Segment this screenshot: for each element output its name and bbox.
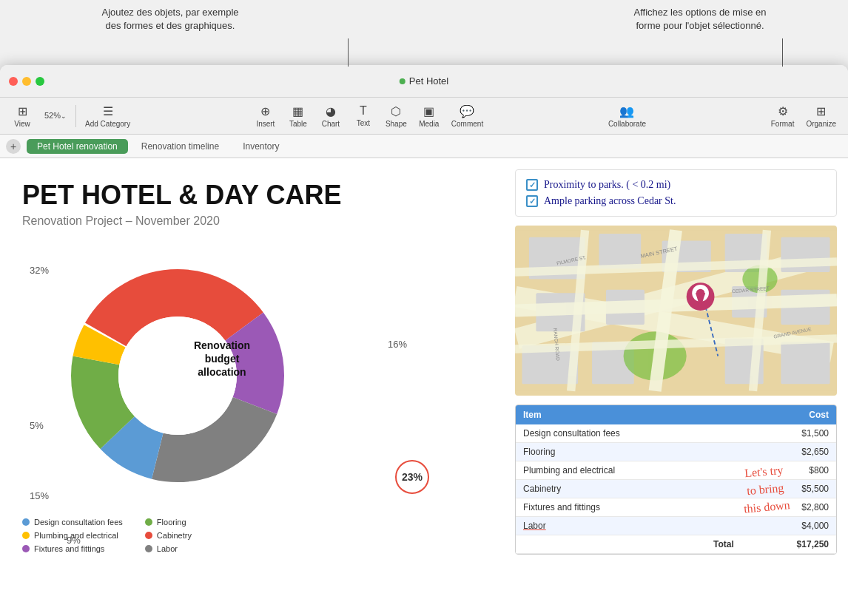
traffic-lights: [0, 77, 44, 86]
check-label-1: Proximity to parks. ( < 0.2 mi): [544, 179, 670, 191]
legend-dot-cabinetry: [145, 532, 152, 539]
pct-23-circle: 23%: [395, 460, 429, 494]
insert-label: Insert: [256, 120, 275, 128]
window: Pet Hotel ⊞ View 52%⌄ 52% ☰ Add Category…: [0, 65, 848, 616]
legend-col-2: Flooring Cabinetry Labor: [145, 518, 192, 553]
add-category-button[interactable]: ☰ Add Category: [79, 101, 136, 131]
title-dot: [400, 78, 406, 84]
legend-dot-fixtures: [22, 545, 30, 552]
collaborate-icon: 👥: [619, 104, 634, 118]
close-button[interactable]: [9, 77, 18, 86]
organize-label: Organize: [806, 120, 836, 128]
media-icon: ▣: [423, 104, 434, 118]
annotation-left-text: Ajoutez des objets, par exemple des form…: [59, 6, 281, 33]
insert-icon: ⊕: [260, 104, 270, 118]
add-category-icon: ☰: [103, 104, 113, 118]
table-label: Table: [289, 120, 307, 128]
map-container: MAIN STREET FILMORE ST. CEDAR STREET RAN…: [515, 226, 837, 396]
legend-dot-design: [22, 518, 30, 526]
media-button[interactable]: ▣ Media: [413, 101, 445, 131]
sheet-title: PET HOTEL & DAY CARE: [22, 180, 466, 210]
table-row: Cabinetry$5,500: [516, 480, 836, 498]
format-icon: ⚙: [778, 104, 788, 118]
shape-button[interactable]: ⬡ Shape: [380, 101, 413, 131]
table-header-cost: Cost: [741, 405, 836, 424]
text-button[interactable]: T Text: [347, 101, 380, 130]
tab-renovation-timeline[interactable]: Renovation timeline: [131, 139, 229, 154]
legend-item-flooring: Flooring: [145, 518, 192, 527]
legend-dot-plumbing: [22, 532, 30, 539]
table-button[interactable]: ▦ Table: [282, 101, 314, 131]
check-label-2: Ample parking across Cedar St.: [544, 195, 676, 207]
check-item-2: Ample parking across Cedar St.: [526, 195, 826, 207]
insert-button[interactable]: ⊕ Insert: [249, 101, 282, 131]
budget-table: Item Cost Design consultation fees$1,500…: [515, 405, 837, 555]
pct-5-label: 5%: [30, 420, 44, 431]
add-tab-button[interactable]: +: [6, 139, 21, 154]
pct-32-label: 32%: [30, 265, 49, 276]
legend-dot-labor: [145, 545, 152, 552]
svg-rect-22: [781, 342, 830, 385]
check-item-1: Proximity to parks. ( < 0.2 mi): [526, 179, 826, 191]
legend-item-cabinetry: Cabinetry: [145, 531, 192, 540]
collaborate-button[interactable]: 👥 Collaborate: [602, 101, 652, 131]
window-title: Pet Hotel: [409, 75, 448, 87]
chart-legend: Design consultation fees Plumbing and el…: [22, 518, 192, 553]
legend-dot-flooring: [145, 518, 152, 526]
table-row: Flooring$2,650: [516, 443, 836, 461]
legend-item-plumbing: Plumbing and electrical: [22, 531, 123, 540]
shape-label: Shape: [386, 120, 407, 128]
map-svg: MAIN STREET FILMORE ST. CEDAR STREET RAN…: [515, 226, 837, 396]
maximize-button[interactable]: [36, 77, 44, 86]
legend-item-design: Design consultation fees: [22, 518, 123, 527]
checkbox-1[interactable]: [526, 179, 538, 191]
sheet-subtitle: Renovation Project – November 2020: [22, 214, 466, 228]
chart-center-label: Renovation budgetallocation: [178, 339, 266, 379]
shape-icon: ⬡: [391, 104, 401, 118]
checkbox-2[interactable]: [526, 195, 538, 207]
legend-col-1: Design consultation fees Plumbing and el…: [22, 518, 123, 553]
tabbar: + Pet Hotel renovation Renovation timeli…: [0, 135, 848, 158]
checklist: Proximity to parks. ( < 0.2 mi) Ample pa…: [515, 169, 837, 217]
chart-label: Chart: [322, 120, 340, 128]
sheet-area: PET HOTEL & DAY CARE Renovation Project …: [0, 158, 848, 616]
annotation-line-left: [348, 38, 349, 67]
zoom-icon: 52%⌄: [44, 111, 67, 120]
chart-button[interactable]: ◕ Chart: [314, 101, 347, 131]
comment-icon: 💬: [460, 104, 474, 118]
annotation-area: Ajoutez des objets, par exemple des form…: [0, 0, 848, 67]
annotation-line-right: [782, 38, 783, 67]
minimize-button[interactable]: [22, 77, 31, 86]
table-row: Labor$4,000: [516, 517, 836, 535]
chart-container[interactable]: 32% 5% 15% 9% 16%: [22, 243, 437, 553]
total-row: Total$17,250: [516, 535, 836, 554]
legend-item-labor: Labor: [145, 544, 192, 553]
right-panel: Proximity to parks. ( < 0.2 mi) Ample pa…: [508, 158, 848, 616]
tab-inventory[interactable]: Inventory: [232, 139, 289, 154]
add-category-label: Add Category: [85, 120, 130, 128]
view-label: View: [14, 120, 30, 128]
organize-button[interactable]: ⊞ Organize: [800, 101, 842, 131]
table-header-item: Item: [516, 405, 741, 424]
media-label: Media: [419, 120, 439, 128]
tab-pet-hotel-renovation[interactable]: Pet Hotel renovation: [27, 139, 128, 154]
window-title-area: Pet Hotel: [400, 75, 448, 87]
comment-label: Comment: [451, 120, 483, 128]
format-label: Format: [771, 120, 795, 128]
view-button[interactable]: ⊞ View: [6, 101, 38, 131]
svg-rect-11: [599, 234, 641, 268]
table-row: Design consultation fees$1,500: [516, 424, 836, 443]
table-row: Plumbing and electrical$800: [516, 461, 836, 480]
organize-icon: ⊞: [816, 104, 826, 118]
legend-item-fixtures: Fixtures and fittings: [22, 544, 123, 553]
table-row: Fixtures and fittings$2,800: [516, 498, 836, 517]
pct-16-label: 16%: [388, 339, 407, 350]
zoom-button[interactable]: 52%⌄ 52%: [38, 108, 73, 124]
chart-icon: ◕: [326, 104, 336, 118]
pct-15-label: 15%: [30, 490, 49, 501]
annotation-right-text: Affichez les options de mise en forme po…: [596, 6, 804, 33]
comment-button[interactable]: 💬 Comment: [445, 101, 489, 131]
format-button[interactable]: ⚙ Format: [765, 101, 801, 131]
view-icon: ⊞: [18, 104, 27, 118]
text-icon: T: [360, 104, 367, 118]
